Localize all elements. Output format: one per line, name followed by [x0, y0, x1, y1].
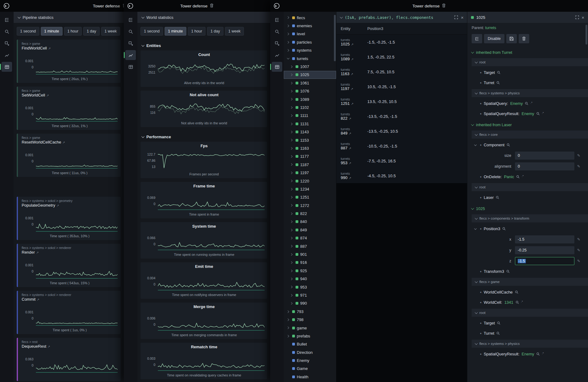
inspector-group-header[interactable]: flecs > game	[472, 278, 588, 286]
component-row[interactable]: •WorldCell:1341.*	[467, 297, 588, 307]
tree-item-1143[interactable]: 1143	[284, 128, 336, 136]
search-icon[interactable]	[497, 71, 500, 74]
tree-item-822[interactable]: 822	[284, 209, 336, 217]
time-range-button[interactable]: 1 minute	[41, 27, 63, 36]
search-icon[interactable]	[496, 196, 499, 199]
tree-item-1197[interactable]: 1197	[284, 169, 336, 177]
component-row[interactable]: •SpatialQueryResult:Enemy.*	[467, 349, 588, 359]
tree-expander[interactable]	[290, 148, 294, 149]
component-row[interactable]: •Turret	[467, 328, 588, 338]
sidebar-button-table[interactable]	[272, 62, 282, 72]
tree-item-enemies[interactable]: enemies	[284, 22, 336, 30]
pipeline-panel-header[interactable]: Pipeline statistics	[14, 12, 124, 23]
tree-item-1131[interactable]: 1131	[284, 120, 336, 128]
stat-name-link[interactable]: FindWorldCell↗	[22, 46, 118, 52]
tree-expander[interactable]	[287, 33, 290, 35]
tree-expander[interactable]	[290, 204, 294, 206]
tree-item-990[interactable]: 990	[284, 299, 336, 307]
tree-expander[interactable]	[290, 286, 294, 288]
tree-expander[interactable]	[287, 327, 290, 329]
tree-item-1251[interactable]: 1251	[284, 193, 336, 201]
tree-item-game[interactable]: game	[284, 324, 336, 332]
tree-item-prefabs[interactable]: prefabs	[284, 332, 336, 340]
sidebar-button-search[interactable]	[2, 27, 12, 36]
stat-name-link[interactable]: ResetWorldCellCache↗	[22, 140, 118, 146]
tree-item-1272[interactable]: 1272	[284, 201, 336, 209]
entity-link[interactable]: 1089↗	[341, 57, 367, 61]
tree-expander[interactable]	[290, 90, 294, 92]
component-value-link[interactable]: Enemy	[522, 352, 534, 356]
tree-item-793[interactable]: 793	[284, 307, 336, 315]
entity-link[interactable]: 849↗	[341, 131, 367, 135]
tree-expander[interactable]	[290, 221, 294, 223]
tree-item-1076[interactable]: 1076	[284, 87, 336, 95]
search-icon[interactable]	[525, 102, 528, 105]
tree-expander[interactable]	[290, 131, 294, 133]
field-input-y[interactable]: -0.25	[515, 246, 574, 254]
stat-name-link[interactable]: Render↗	[22, 250, 118, 256]
tree-item-1234[interactable]: 1234	[284, 185, 336, 193]
query-result-row[interactable]: turrets953↗-7.5, -0.25, 16.5	[336, 153, 467, 168]
time-range-button[interactable]: 1 week	[225, 27, 244, 36]
search-icon[interactable]	[496, 332, 500, 335]
stat-name-link[interactable]: Commit↗	[22, 297, 118, 303]
sidebar-button-search[interactable]	[125, 27, 136, 36]
tree-item-849[interactable]: 849	[284, 226, 336, 234]
parent-link[interactable]: turrets	[485, 26, 496, 30]
tree-item-turrets[interactable]: turrets	[284, 54, 336, 62]
expander-icon[interactable]	[474, 144, 478, 146]
inspector-section-header[interactable]: inherited from Turret	[467, 46, 588, 57]
search-icon[interactable]	[507, 143, 510, 147]
tree-item-health[interactable]: Health	[284, 373, 336, 381]
time-range-button[interactable]: 1 hour	[188, 27, 205, 36]
component-row[interactable]: •OnDelete:Panic.*	[467, 172, 588, 182]
query-result-row[interactable]: turrets849↗-13.5, -0.25, 10.5	[336, 124, 467, 139]
sidebar-button-chart[interactable]	[272, 50, 282, 60]
tree-item-925[interactable]: 925	[284, 267, 336, 275]
component-row[interactable]: •Laser	[467, 192, 588, 203]
close-icon[interactable]: ×	[461, 15, 464, 20]
tree-expander[interactable]	[290, 156, 294, 157]
tree-item-1220[interactable]: 1220	[284, 177, 336, 185]
component-value-link[interactable]: Enemy	[522, 111, 534, 116]
tree-expander[interactable]	[290, 74, 294, 76]
chevron-down-icon[interactable]	[340, 15, 343, 19]
tree-expander[interactable]	[287, 49, 290, 51]
time-range-button[interactable]: 1 week	[101, 27, 120, 36]
tree-item-1153[interactable]: 1153	[284, 136, 336, 144]
component-row[interactable]: •Position3	[467, 224, 588, 234]
tree-view-button[interactable]	[472, 34, 482, 43]
edit-pencil-icon[interactable]: ✎	[577, 237, 580, 242]
tree-expander[interactable]	[290, 294, 294, 296]
query-result-row[interactable]: turrets1197↗10.5, -0.25, -1.5	[336, 79, 467, 94]
close-icon[interactable]: ×	[582, 15, 584, 20]
sidebar-button-chart[interactable]	[125, 50, 136, 60]
sidebar-button-table[interactable]	[125, 62, 136, 72]
entity-link[interactable]: 1163↗	[341, 71, 367, 76]
tree-expander[interactable]	[290, 213, 294, 215]
component-row[interactable]: •SpatialQuery:Enemy.*	[467, 98, 588, 109]
component-row[interactable]: •Turret	[467, 78, 588, 88]
tree-item-bullet[interactable]: Bullet	[284, 340, 336, 348]
query-result-row[interactable]: turrets1163↗7.5, -0.25, 10.5	[336, 64, 467, 79]
query-result-row[interactable]: turrets990↗-4.5, -0.25, 10.5	[336, 168, 467, 183]
scrollbar-thumb[interactable]	[586, 25, 587, 45]
tree-expander[interactable]	[290, 164, 294, 165]
sidebar-button-inspect[interactable]	[272, 38, 282, 48]
tree-item-940[interactable]: 940	[284, 275, 336, 283]
section-header-performance[interactable]: Performance	[137, 131, 270, 142]
entity-link[interactable]: 990↗	[341, 175, 367, 180]
inspector-group-header[interactable]: root	[472, 309, 588, 317]
component-row[interactable]: •WorldCellCache	[467, 287, 588, 297]
query-result-row[interactable]: turrets1251↗13.5, -0.25, 10.5	[336, 94, 467, 109]
sidebar-button-inspect[interactable]	[2, 38, 12, 48]
tree-item-971[interactable]: 971	[284, 291, 336, 299]
tree-item-1163[interactable]: 1163	[284, 144, 336, 152]
inspector-group-header[interactable]: flecs > components > transform	[472, 214, 588, 222]
delete-world-icon[interactable]	[210, 3, 214, 9]
query-result-row[interactable]: turrets822↗-13.5, -0.25, -1.5	[336, 109, 467, 124]
query-result-row[interactable]: turrets1025↗-1.5, -0.25, -1.5	[336, 35, 467, 49]
search-icon[interactable]	[536, 112, 540, 115]
sidebar-button-tree[interactable]	[125, 15, 136, 25]
tree-item-1187[interactable]: 1187	[284, 161, 336, 169]
